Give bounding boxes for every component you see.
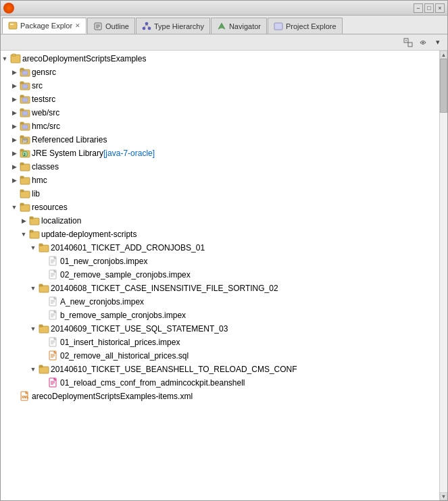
collapse-all-button[interactable]	[401, 36, 415, 49]
gensrc-label: gensrc	[32, 68, 56, 77]
tab-navigator-label: Navigator	[229, 22, 261, 30]
svg-rect-46	[20, 176, 24, 178]
tree-item-xml-root[interactable]: XML arecoDeploymentScriptsExamples-items…	[1, 390, 439, 403]
ticket03-folder-icon	[39, 323, 49, 334]
file-02b-label: b_remove_sample_cronjobs.impex	[60, 311, 186, 320]
svg-rect-30	[20, 109, 24, 111]
update-deployment-label: update-deployment-scripts	[41, 230, 136, 239]
svg-rect-47	[20, 191, 30, 198]
package-explorer-icon	[8, 21, 18, 30]
svg-rect-40	[20, 149, 24, 151]
toggle-root[interactable]: ▼	[1, 55, 9, 63]
toggle-hmcsrc[interactable]: ▶	[10, 122, 18, 130]
tree-item-ticket-03[interactable]: ▼ 20140609_TICKET_USE_SQL_STATEMENT_03	[1, 322, 439, 336]
svg-rect-45	[20, 178, 30, 184]
tree-item-gensrc[interactable]: ▶ gensrc	[1, 65, 439, 79]
toggle-classes[interactable]: ▶	[10, 163, 18, 171]
view-menu-button[interactable]: ▾	[431, 36, 445, 49]
toggle-hmc[interactable]: ▶	[10, 176, 18, 184]
tab-package-explorer-close[interactable]: ✕	[75, 22, 80, 29]
websrc-label: web/src	[32, 108, 59, 117]
tree-item-ticket-04[interactable]: ▼ 20140610_TICKET_USE_BEANSHELL_TO_RELOA…	[1, 363, 439, 376]
toggle-update-deployment[interactable]: ▼	[20, 230, 28, 238]
impex-file-icon4	[48, 310, 59, 321]
tree-item-root[interactable]: ▼ arecoDeploymentScriptsExamples	[1, 52, 439, 65]
update-deployment-folder-icon	[29, 229, 40, 240]
tab-outline[interactable]: Outline	[87, 18, 135, 34]
tree-item-ticket-01[interactable]: ▼ 20140601_TICKET_ADD_CRONJOBS_01	[1, 241, 439, 255]
scroll-thumb[interactable]	[440, 59, 447, 113]
lib-folder-icon	[20, 188, 30, 199]
svg-text:XML: XML	[22, 395, 29, 399]
toggle-src[interactable]: ▶	[10, 82, 18, 90]
ticket04-label: 20140610_TICKET_USE_BEANSHELL_TO_RELOAD_…	[51, 365, 297, 374]
toggle-ticket-04[interactable]: ▼	[29, 365, 37, 373]
toggle-resources[interactable]: ▼	[10, 203, 18, 211]
scroll-up-button[interactable]: ▲	[440, 51, 447, 59]
tree-item-file-04a[interactable]: 01_reload_cms_conf_from_admincockpit.bea…	[1, 376, 439, 390]
tree-item-src[interactable]: ▶ src	[1, 79, 439, 93]
svg-rect-36	[20, 136, 24, 138]
tab-navigator[interactable]: Navigator	[211, 18, 267, 34]
file-01a-label: 01_new_cronjobs.impex	[60, 257, 147, 266]
svg-rect-22	[22, 71, 28, 75]
tree-item-file-03a[interactable]: 01_insert_historical_prices.impex	[1, 336, 439, 349]
svg-rect-18	[12, 54, 16, 56]
svg-rect-52	[30, 217, 33, 219]
websrc-folder-icon	[20, 107, 30, 118]
content-area: ▼ arecoDeploymentScriptsExamples ▶	[1, 51, 447, 500]
toggle-ticket-02[interactable]: ▼	[29, 284, 37, 292]
root-label: arecoDeploymentScriptsExamples	[22, 54, 146, 63]
tree-item-resources[interactable]: ▼ resources	[1, 201, 439, 214]
toggle-localization[interactable]: ▶	[20, 217, 28, 225]
tree-item-hmcsrc[interactable]: ▶ hmc/src	[1, 120, 439, 133]
testsrc-label: testsrc	[32, 95, 55, 104]
tree-item-ticket-02[interactable]: ▼ 20140608_TICKET_CASE_INSENSITIVE_FILE_…	[1, 282, 439, 295]
scroll-down-button[interactable]: ▼	[440, 492, 447, 500]
tree-item-reflibs[interactable]: ▶ jar Referenced Libraries	[1, 133, 439, 147]
tree-item-websrc[interactable]: ▶ web/src	[1, 106, 439, 120]
tab-project-explorer[interactable]: Project Explore	[268, 18, 343, 34]
toggle-ticket-01[interactable]: ▼	[29, 244, 37, 252]
hmc-label: hmc	[32, 176, 47, 185]
tree-item-file-02b[interactable]: b_remove_sample_cronjobs.impex	[1, 309, 439, 322]
svg-rect-50	[20, 203, 24, 205]
toggle-reflibs[interactable]: ▶	[10, 136, 18, 144]
svg-rect-65	[39, 286, 49, 292]
tree-item-update-deployment[interactable]: ▼ update-deployment-scripts	[1, 228, 439, 241]
tree-item-localization[interactable]: ▶ localization	[1, 214, 439, 228]
hmc-folder-icon	[20, 175, 30, 186]
toggle-gensrc[interactable]: ▶	[10, 68, 18, 76]
tree-item-file-02a[interactable]: A_new_cronjobs.impex	[1, 295, 439, 309]
minimize-button[interactable]: −	[414, 3, 423, 13]
svg-rect-48	[20, 190, 24, 192]
toggle-testsrc[interactable]: ▶	[10, 95, 18, 103]
toggle-ticket-03[interactable]: ▼	[29, 325, 37, 333]
tree-item-file-01a[interactable]: 01_new_cronjobs.impex	[1, 255, 439, 268]
src-label: src	[32, 81, 43, 90]
tree-item-testsrc[interactable]: ▶ testsrc	[1, 93, 439, 106]
toggle-websrc[interactable]: ▶	[10, 109, 18, 117]
tree-panel[interactable]: ▼ arecoDeploymentScriptsExamples ▶	[1, 51, 439, 500]
tab-type-hierarchy[interactable]: Type Hierarchy	[136, 18, 210, 34]
tree-item-lib[interactable]: lib	[1, 187, 439, 201]
tree-item-hmc[interactable]: ▶ hmc	[1, 174, 439, 187]
src-folder-icon	[20, 67, 30, 78]
link-with-editor-button[interactable]	[416, 36, 430, 49]
toggle-jresyslib[interactable]: ▶	[10, 149, 18, 157]
resources-label: resources	[32, 203, 68, 212]
jresyslib-suffix: [java-7-oracle]	[103, 149, 155, 158]
project-explorer-icon	[274, 22, 283, 31]
tree-item-classes[interactable]: ▶ classes	[1, 160, 439, 174]
vertical-scrollbar[interactable]: ▲ ▼	[439, 51, 447, 500]
tree-item-jresyslib[interactable]: ▶ J JRE System Library [java-7-oracle]	[1, 147, 439, 160]
maximize-button[interactable]: □	[424, 3, 434, 13]
tree-item-file-03b[interactable]: 02_remove_all_historical_prices.sql	[1, 349, 439, 363]
tree-item-file-01b[interactable]: 02_remove_sample_cronjobs.impex	[1, 268, 439, 282]
ticket04-folder-icon	[39, 364, 49, 375]
svg-rect-85	[39, 367, 49, 373]
close-button[interactable]: ×	[435, 3, 445, 13]
scroll-track[interactable]	[440, 59, 447, 492]
type-hierarchy-icon	[142, 22, 151, 31]
tab-package-explorer[interactable]: Package Explor ✕	[2, 18, 86, 34]
